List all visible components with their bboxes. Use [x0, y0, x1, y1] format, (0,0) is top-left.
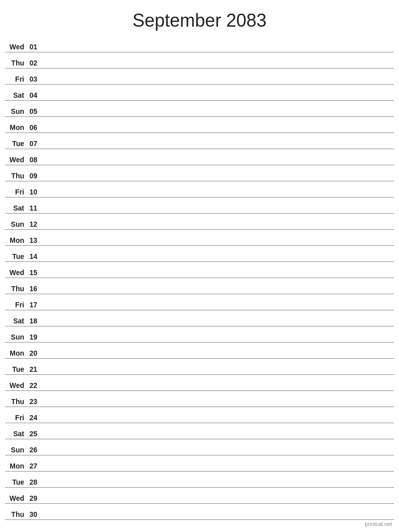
day-number: 02 [26, 59, 41, 67]
day-line [41, 421, 394, 422]
day-line [41, 228, 394, 228]
day-name: Thu [5, 397, 26, 406]
day-line [41, 470, 394, 470]
day-name: Tue [5, 478, 26, 486]
day-line [41, 292, 394, 293]
day-line [41, 389, 394, 389]
day-number: 05 [26, 107, 41, 115]
day-name: Sun [5, 333, 26, 341]
calendar-row: Fri17 [5, 294, 394, 310]
calendar-row: Thu16 [5, 278, 394, 294]
day-name: Tue [5, 365, 26, 373]
day-line [41, 453, 394, 454]
day-name: Sat [5, 204, 26, 212]
calendar-row: Thu02 [5, 52, 394, 69]
day-name: Sat [5, 430, 26, 438]
day-line [41, 502, 394, 502]
calendar-row: Sun12 [5, 214, 394, 230]
day-line [41, 99, 394, 99]
day-number: 11 [26, 204, 41, 212]
day-name: Fri [5, 75, 26, 83]
day-number: 30 [26, 510, 41, 518]
day-number: 23 [26, 397, 41, 406]
day-number: 28 [26, 478, 41, 486]
footer-text: printcal.net [365, 521, 392, 527]
day-name: Fri [5, 188, 26, 196]
calendar-row: Sat18 [5, 310, 394, 326]
day-line [41, 276, 394, 277]
day-name: Mon [5, 123, 26, 131]
day-line [41, 341, 394, 341]
day-name: Thu [5, 510, 26, 518]
day-name: Sun [5, 220, 26, 228]
day-number: 29 [26, 494, 41, 502]
day-name: Wed [5, 156, 26, 164]
day-number: 16 [26, 285, 41, 293]
day-number: 15 [26, 269, 41, 277]
calendar-row: Tue21 [5, 359, 394, 375]
calendar-row: Sat11 [5, 197, 394, 214]
day-line [41, 131, 394, 131]
day-line [41, 518, 394, 518]
calendar-row: Tue14 [5, 246, 394, 262]
calendar-row: Fri24 [5, 407, 394, 423]
calendar-row: Mon13 [5, 230, 394, 246]
day-number: 10 [26, 188, 41, 196]
day-name: Wed [5, 43, 26, 51]
day-line [41, 373, 394, 373]
day-name: Sun [5, 446, 26, 454]
calendar-row: Fri10 [5, 181, 394, 197]
day-number: 09 [26, 172, 41, 180]
day-line [41, 66, 394, 67]
day-number: 18 [26, 317, 41, 325]
calendar-row: Mon27 [5, 455, 394, 472]
day-name: Mon [5, 462, 26, 470]
day-line [41, 308, 394, 309]
day-line [41, 195, 394, 196]
day-name: Mon [5, 236, 26, 244]
calendar-row: Tue07 [5, 133, 394, 149]
day-name: Wed [5, 381, 26, 389]
day-number: 13 [26, 236, 41, 244]
day-number: 17 [26, 301, 41, 309]
day-number: 08 [26, 156, 41, 164]
day-name: Fri [5, 301, 26, 309]
day-line [41, 324, 394, 325]
day-line [41, 486, 394, 486]
page-title: September 2083 [0, 0, 399, 36]
day-name: Wed [5, 494, 26, 502]
day-number: 26 [26, 446, 41, 454]
day-number: 25 [26, 430, 41, 438]
day-line [41, 83, 394, 83]
day-line [41, 437, 394, 438]
day-name: Sat [5, 317, 26, 325]
day-name: Wed [5, 269, 26, 277]
day-name: Thu [5, 285, 26, 293]
day-name: Thu [5, 59, 26, 67]
day-number: 22 [26, 381, 41, 389]
calendar-row: Wed01 [5, 36, 394, 52]
calendar-row: Thu23 [5, 391, 394, 407]
day-name: Mon [5, 349, 26, 357]
calendar-row: Thu30 [5, 504, 394, 520]
calendar-row: Mon20 [5, 343, 394, 359]
day-number: 14 [26, 252, 41, 260]
day-number: 07 [26, 140, 41, 148]
calendar-row: Sun26 [5, 439, 394, 455]
calendar-row: Mon06 [5, 117, 394, 133]
day-line [41, 405, 394, 406]
calendar-row: Sun05 [5, 101, 394, 117]
day-name: Tue [5, 252, 26, 260]
day-number: 01 [26, 43, 41, 51]
day-line [41, 212, 394, 212]
day-name: Fri [5, 414, 26, 422]
calendar-row: Thu09 [5, 165, 394, 181]
day-number: 04 [26, 91, 41, 99]
calendar-row: Wed15 [5, 262, 394, 278]
calendar-container: Wed01Thu02Fri03Sat04Sun05Mon06Tue07Wed08… [0, 36, 399, 520]
day-name: Sat [5, 91, 26, 99]
day-number: 19 [26, 333, 41, 341]
day-name: Thu [5, 172, 26, 180]
day-line [41, 179, 394, 180]
day-number: 06 [26, 123, 41, 131]
